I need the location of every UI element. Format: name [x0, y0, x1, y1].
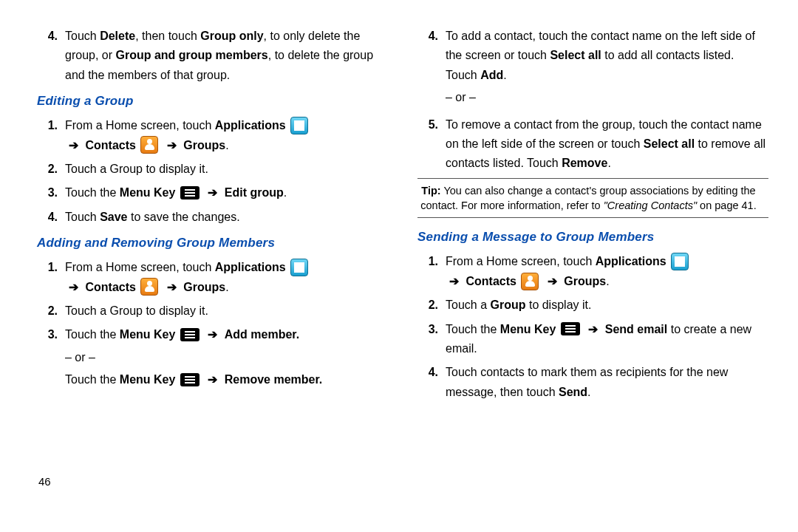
- list-number: 2.: [37, 160, 58, 179]
- list-item: 5. To remove a contact from the group, t…: [417, 115, 768, 174]
- manual-page: 4. Touch Delete, then touch Group only, …: [0, 0, 798, 502]
- arrow-icon: ➔: [208, 373, 217, 386]
- list-number: 2.: [417, 296, 438, 315]
- list-number: 1.: [37, 258, 58, 297]
- or-divider: – or –: [65, 348, 388, 367]
- list-number: 3.: [417, 320, 438, 359]
- menu-key-icon: [561, 322, 580, 335]
- list-item: 3. Touch the Menu Key ➔ Edit group.: [37, 183, 388, 202]
- arrow-icon: ➔: [69, 281, 78, 293]
- list-number: 4.: [37, 27, 58, 85]
- list-body: Touch a Group to display it.: [65, 160, 388, 179]
- list-body: Touch Save to save the changes.: [65, 208, 388, 227]
- arrow-icon: ➔: [588, 323, 598, 335]
- list-item: 1. From a Home screen, touch Application…: [37, 116, 388, 155]
- arrow-icon: ➔: [548, 275, 557, 287]
- list-item: 4. Touch contacts to mark them as recipi…: [417, 363, 768, 402]
- applications-icon: [671, 253, 689, 270]
- left-column: 4. Touch Delete, then touch Group only, …: [37, 22, 388, 495]
- tip-label: Tip:: [421, 185, 440, 197]
- list-item: 4. Touch Delete, then touch Group only, …: [37, 27, 388, 85]
- list-number: 5.: [417, 115, 438, 174]
- list-number: 4.: [417, 27, 438, 111]
- or-divider: – or –: [446, 88, 768, 107]
- list-body: To add a contact, touch the contact name…: [446, 27, 768, 111]
- list-number: 3.: [37, 183, 58, 202]
- tip-box: Tip: You can also change a contact's gro…: [417, 178, 768, 219]
- list-body: Touch contacts to mark them as recipient…: [446, 363, 768, 402]
- list-number: 4.: [417, 363, 438, 402]
- contacts-icon: [140, 136, 158, 154]
- heading-editing-group: Editing a Group: [37, 91, 388, 112]
- menu-key-icon: [180, 186, 200, 200]
- list-body: Touch a Group to display it.: [65, 301, 388, 321]
- list-body: Touch Delete, then touch Group only, to …: [65, 27, 388, 85]
- page-number: 46: [38, 475, 51, 488]
- right-column: 4. To add a contact, touch the contact n…: [417, 22, 768, 495]
- arrow-icon: ➔: [208, 328, 217, 341]
- list-item: 2. Touch a Group to display it.: [417, 296, 768, 315]
- list-number: 4.: [37, 208, 58, 227]
- list-number: 3.: [37, 325, 58, 389]
- arrow-icon: ➔: [167, 139, 177, 151]
- applications-icon: [290, 117, 308, 134]
- list-number: 2.: [37, 301, 58, 321]
- list-body: Touch a Group to display it.: [446, 296, 768, 315]
- list-item: 4. To add a contact, touch the contact n…: [417, 27, 768, 111]
- menu-key-icon: [180, 373, 200, 386]
- arrow-icon: ➔: [167, 281, 177, 293]
- list-body: To remove a contact from the group, touc…: [446, 115, 768, 174]
- list-body: Touch the Menu Key ➔ Edit group.: [65, 183, 388, 202]
- heading-send-message: Sending a Message to Group Members: [417, 227, 768, 248]
- list-item: 4. Touch Save to save the changes.: [37, 208, 388, 227]
- list-item: 3. Touch the Menu Key ➔ Add member. – or…: [37, 325, 388, 389]
- list-item: 1. From a Home screen, touch Application…: [37, 258, 388, 297]
- arrow-icon: ➔: [69, 139, 78, 151]
- applications-icon: [290, 259, 308, 276]
- list-body: From a Home screen, touch Applications ➔…: [446, 252, 768, 291]
- contacts-icon: [140, 278, 158, 296]
- list-item: 2. Touch a Group to display it.: [37, 160, 388, 179]
- list-item: 1. From a Home screen, touch Application…: [417, 252, 768, 291]
- heading-add-remove-members: Adding and Removing Group Members: [37, 233, 388, 253]
- list-number: 1.: [417, 252, 438, 291]
- list-number: 1.: [37, 116, 58, 155]
- arrow-icon: ➔: [208, 186, 217, 199]
- list-item: 3. Touch the Menu Key ➔ Send email to cr…: [417, 320, 768, 359]
- arrow-icon: ➔: [449, 275, 459, 287]
- list-body: Touch the Menu Key ➔ Add member. – or – …: [65, 325, 388, 389]
- list-item: 2. Touch a Group to display it.: [37, 301, 388, 321]
- list-body: From a Home screen, touch Applications ➔…: [65, 258, 388, 297]
- menu-key-icon: [180, 328, 200, 341]
- list-body: Touch the Menu Key ➔ Send email to creat…: [446, 320, 768, 359]
- list-body: From a Home screen, touch Applications ➔…: [65, 116, 388, 155]
- contacts-icon: [521, 273, 539, 290]
